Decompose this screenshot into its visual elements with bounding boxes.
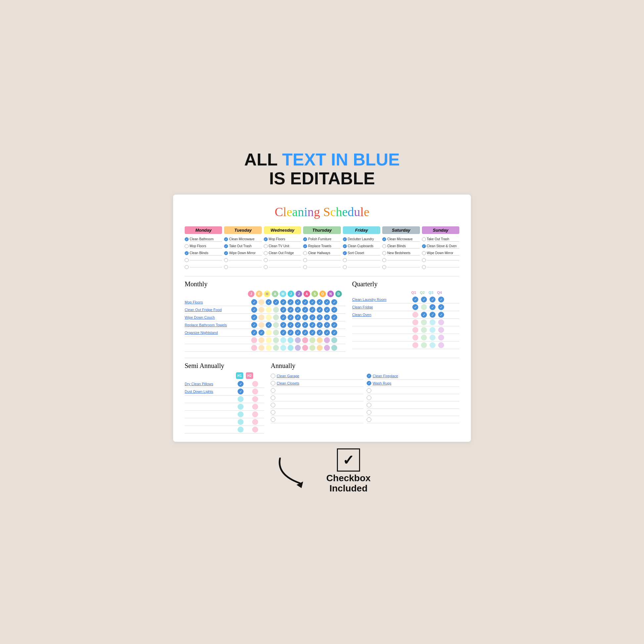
task-circle[interactable] <box>343 258 347 262</box>
monthly-dot[interactable]: ✓ <box>317 330 323 336</box>
monthly-dot[interactable]: ✓ <box>280 299 286 305</box>
monthly-dot[interactable]: ✓ <box>295 330 301 336</box>
monthly-dot[interactable] <box>331 345 337 351</box>
annual-circle[interactable] <box>271 395 275 400</box>
task-circle[interactable] <box>343 251 347 255</box>
quarterly-dot[interactable]: ✓ <box>421 312 427 318</box>
monthly-dot[interactable]: ✓ <box>288 322 294 328</box>
monthly-dot[interactable] <box>280 345 286 351</box>
monthly-dot[interactable] <box>324 345 330 351</box>
task-circle[interactable] <box>343 265 347 269</box>
monthly-dot[interactable]: ✓ <box>331 307 337 313</box>
monthly-dot[interactable]: ✓ <box>295 307 301 313</box>
monthly-dot[interactable]: ✓ <box>302 299 308 305</box>
monthly-dot[interactable] <box>273 314 279 320</box>
sa-dot-h1[interactable]: ✓ <box>238 389 244 394</box>
annual-circle[interactable] <box>367 417 371 422</box>
monthly-dot[interactable] <box>317 337 323 343</box>
quarterly-dot[interactable] <box>430 342 436 348</box>
quarterly-dot[interactable] <box>412 312 418 318</box>
monthly-dot[interactable] <box>331 337 337 343</box>
sa-dot-h1[interactable] <box>238 427 244 433</box>
monthly-dot[interactable]: ✓ <box>309 307 315 313</box>
monthly-dot[interactable]: ✓ <box>317 307 323 313</box>
monthly-dot[interactable]: ✓ <box>309 299 315 305</box>
quarterly-dot[interactable] <box>438 335 444 341</box>
task-circle[interactable] <box>303 258 307 262</box>
monthly-dot[interactable] <box>258 314 264 320</box>
quarterly-dot[interactable] <box>412 342 418 348</box>
annual-circle[interactable] <box>367 388 371 393</box>
task-circle[interactable] <box>343 244 347 248</box>
monthly-dot[interactable] <box>273 330 279 336</box>
quarterly-dot[interactable] <box>430 327 436 333</box>
quarterly-dot[interactable]: ✓ <box>438 312 444 318</box>
monthly-dot[interactable]: ✓ <box>302 330 308 336</box>
monthly-dot[interactable]: ✓ <box>273 299 279 305</box>
monthly-dot[interactable] <box>324 337 330 343</box>
monthly-dot[interactable]: ✓ <box>317 322 323 328</box>
task-circle[interactable] <box>185 251 189 255</box>
task-circle[interactable] <box>185 258 189 262</box>
sa-dot-h2[interactable] <box>252 404 258 410</box>
task-circle[interactable] <box>303 265 307 269</box>
sa-dot-h1[interactable] <box>238 419 244 425</box>
monthly-dot[interactable] <box>266 345 272 351</box>
monthly-dot[interactable] <box>317 345 323 351</box>
monthly-dot[interactable] <box>302 337 308 343</box>
monthly-dot[interactable]: ✓ <box>324 307 330 313</box>
monthly-dot[interactable] <box>295 337 301 343</box>
annual-circle[interactable] <box>271 417 275 422</box>
sa-dot-h2[interactable] <box>252 396 258 402</box>
quarterly-dot[interactable]: ✓ <box>438 304 444 310</box>
monthly-dot[interactable] <box>266 314 272 320</box>
sa-dot-h2[interactable] <box>252 381 258 387</box>
quarterly-dot[interactable] <box>430 335 436 341</box>
annual-circle[interactable] <box>271 403 275 407</box>
task-circle[interactable] <box>303 251 307 255</box>
monthly-dot[interactable]: ✓ <box>295 314 301 320</box>
task-circle[interactable] <box>303 244 307 248</box>
sa-dot-h2[interactable] <box>252 419 258 425</box>
task-circle[interactable] <box>224 258 228 262</box>
monthly-dot[interactable] <box>258 307 264 313</box>
monthly-dot[interactable] <box>302 345 308 351</box>
task-circle[interactable] <box>264 265 268 269</box>
task-circle[interactable] <box>224 244 228 248</box>
monthly-dot[interactable]: ✓ <box>280 322 286 328</box>
monthly-dot[interactable] <box>273 322 279 328</box>
quarterly-dot[interactable]: ✓ <box>412 297 418 302</box>
monthly-dot[interactable]: ✓ <box>317 314 323 320</box>
monthly-dot[interactable]: ✓ <box>295 299 301 305</box>
monthly-dot[interactable] <box>258 345 264 351</box>
task-circle[interactable] <box>422 251 426 255</box>
annual-circle[interactable] <box>367 395 371 400</box>
annual-circle[interactable]: ✓ <box>367 374 371 378</box>
task-circle[interactable] <box>382 251 386 255</box>
task-circle[interactable] <box>224 251 228 255</box>
monthly-dot[interactable]: ✓ <box>309 322 315 328</box>
task-circle[interactable] <box>422 258 426 262</box>
task-circle[interactable] <box>382 237 386 241</box>
task-circle[interactable] <box>422 244 426 248</box>
monthly-dot[interactable] <box>258 337 264 343</box>
monthly-dot[interactable]: ✓ <box>251 299 257 305</box>
monthly-dot[interactable]: ✓ <box>280 307 286 313</box>
annual-circle[interactable] <box>367 403 371 407</box>
monthly-dot[interactable] <box>273 307 279 313</box>
monthly-dot[interactable]: ✓ <box>302 314 308 320</box>
monthly-dot[interactable]: ✓ <box>331 314 337 320</box>
annual-circle[interactable] <box>271 410 275 415</box>
monthly-dot[interactable]: ✓ <box>309 314 315 320</box>
monthly-dot[interactable] <box>295 345 301 351</box>
sa-dot-h1[interactable] <box>238 396 244 402</box>
monthly-dot[interactable]: ✓ <box>324 330 330 336</box>
monthly-dot[interactable]: ✓ <box>324 299 330 305</box>
annual-circle[interactable] <box>367 410 371 415</box>
monthly-dot[interactable]: ✓ <box>280 330 286 336</box>
sa-dot-h2[interactable] <box>252 389 258 394</box>
monthly-dot[interactable] <box>273 345 279 351</box>
monthly-dot[interactable]: ✓ <box>317 299 323 305</box>
quarterly-dot[interactable] <box>421 335 427 341</box>
task-circle[interactable] <box>382 244 386 248</box>
